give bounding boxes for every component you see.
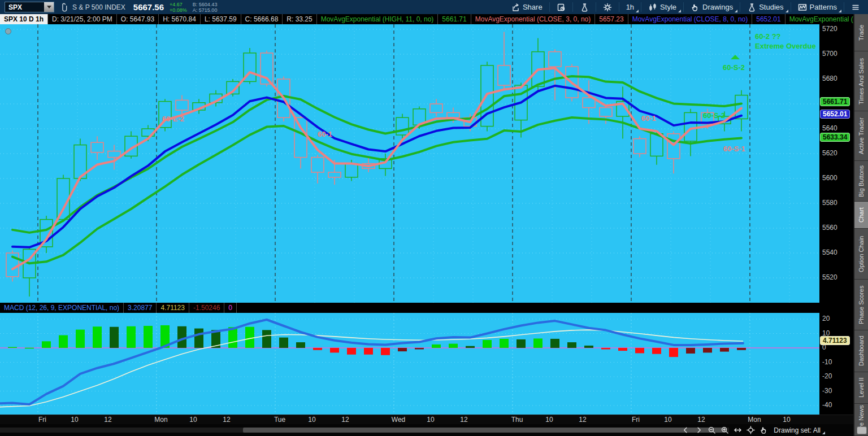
settings-button[interactable]	[597, 0, 618, 14]
sidebar-tab-dashboard[interactable]: Dashboard	[854, 330, 868, 372]
symbol-input[interactable]: SPX	[5, 2, 54, 12]
topbar-divider	[572, 2, 573, 12]
pan-right-button[interactable]	[695, 426, 703, 434]
time-label-day: Fri	[632, 416, 640, 424]
svg-text:Extreme Overdue: Extreme Overdue	[755, 42, 816, 50]
symbol-dropdown-button[interactable]	[44, 2, 54, 12]
zoom-in-button[interactable]	[721, 426, 729, 434]
macd-tick: -40	[822, 401, 832, 409]
menu-button[interactable]	[845, 0, 866, 14]
time-label-hour: 10	[71, 416, 78, 424]
macd-value: -1.50246	[189, 303, 224, 313]
sidebar-tab-chart[interactable]: Chart	[854, 202, 868, 229]
change-percent: +0.08%	[170, 7, 187, 13]
sidebar-tab-trade[interactable]: Trade	[854, 14, 868, 51]
chart-bottom-bar: Drawing set: All	[0, 424, 853, 436]
restore-panel-icon[interactable]	[857, 426, 867, 434]
news-button[interactable]	[551, 0, 571, 14]
link-chart-icon[interactable]	[60, 3, 68, 12]
svg-text:60-S-2: 60-S-2	[703, 111, 725, 120]
sidebar-tab-times-and-sales[interactable]: Times And Sales	[854, 51, 868, 111]
price-tick: 5600	[822, 174, 837, 182]
price-axis[interactable]: 5720570056805660564056205600558055605540…	[819, 24, 853, 303]
sidebar-tab-big-buttons[interactable]: Big Buttons	[854, 161, 868, 202]
macd-tick: -20	[822, 372, 832, 381]
fit-width-button[interactable]	[734, 426, 742, 434]
ohlc-field: D: 3/21/25, 2:00 PM	[48, 14, 117, 24]
change-block: +4.67 +0.08%	[170, 2, 187, 13]
drawing-set-label: Drawing set: All	[774, 426, 821, 434]
topbar-divider	[740, 2, 740, 12]
content: SPX 10 D 1hD: 3/21/25, 2:00 PMO: 5647.93…	[0, 14, 868, 436]
topbar-divider	[549, 2, 550, 12]
time-label-hour: 12	[341, 416, 349, 424]
crosshair-button[interactable]	[747, 426, 755, 434]
macd-canvas[interactable]	[0, 313, 819, 415]
price-tick: 5720	[822, 25, 837, 33]
topbar-divider	[596, 2, 596, 12]
svg-text:60-S-1: 60-S-1	[723, 145, 745, 153]
chart-info-bubble-icon[interactable]	[5, 28, 11, 34]
main-chart-row: 60-E-260-160-160-S-260-S-160-2 ??Extreme…	[0, 24, 853, 303]
zoom-out-button[interactable]	[708, 426, 716, 434]
chart-controls: Drawing set: All	[682, 424, 826, 436]
topbar-divider	[619, 2, 619, 12]
topbar-buttons: Share1hStyleDrawingsStudiesPatterns	[505, 0, 866, 14]
chart-column: SPX 10 D 1hD: 3/21/25, 2:00 PMO: 5647.93…	[0, 14, 853, 436]
macd-value: 3.20877	[124, 303, 157, 313]
drawing-set-selector[interactable]: Drawing set: All	[772, 424, 826, 436]
ohlc-field: H: 5670.84	[159, 14, 201, 24]
share-label: Share	[523, 3, 542, 11]
study-label[interactable]: MovAvgExponential (LOW, 11, 0, no)	[785, 14, 853, 24]
onDemand-button[interactable]	[574, 0, 594, 14]
study-value: 5652.01	[752, 14, 785, 24]
time-label-hour: 12	[579, 416, 586, 424]
ohlc-field: C: 5666.68	[241, 14, 283, 24]
patterns-button[interactable]: Patterns	[792, 0, 843, 14]
cursor-hand-button[interactable]	[760, 426, 768, 434]
gear-icon	[603, 3, 612, 12]
pan-left-button[interactable]	[682, 426, 690, 434]
macd-study-label[interactable]: MACD (12, 26, 9, EXPONENTIAL, no)	[0, 303, 124, 313]
study-label[interactable]: MovAvgExponential (CLOSE, 8, 0, no)	[628, 14, 753, 24]
menu-icon	[851, 3, 860, 12]
study-value: 5657.23	[595, 14, 628, 24]
patterns-label: Patterns	[810, 3, 837, 11]
topbar-divider	[683, 2, 684, 12]
topbar: SPX S & P 500 INDEX 5667.56 +4.67 +0.08%…	[0, 0, 868, 14]
sidebar-tab-level-ii[interactable]: Level II	[854, 372, 868, 404]
topbar-divider	[844, 2, 844, 12]
time-label-hour: 10	[308, 416, 315, 424]
svg-text:60-S-2: 60-S-2	[723, 63, 745, 72]
study-label[interactable]: MovAvgExponential (CLOSE, 3, 0, no)	[471, 14, 596, 24]
macd-header-strip: MACD (12, 26, 9, EXPONENTIAL, no)3.20877…	[0, 303, 853, 313]
chart-scrollbar-thumb[interactable]	[243, 428, 726, 433]
time-label-day: Tue	[274, 416, 285, 424]
sidebar-tab-phase-scores[interactable]: Phase Scores	[854, 280, 868, 330]
chart-header-strip: SPX 10 D 1hD: 3/21/25, 2:00 PMO: 5647.93…	[0, 14, 853, 24]
share-button[interactable]: Share	[505, 0, 548, 14]
time-label-hour: 10	[545, 416, 553, 424]
style-button[interactable]: Style	[643, 0, 682, 14]
flask-icon	[747, 3, 756, 12]
topbar-divider	[641, 2, 641, 12]
sidebar-tab-option-chain[interactable]: Option Chain	[854, 229, 868, 280]
price-tick: 5700	[822, 50, 837, 58]
sidebar-tab-active-trader[interactable]: Active Trader	[854, 111, 868, 161]
svg-text:60-E-2: 60-E-2	[162, 115, 184, 123]
macd-axis[interactable]: 20100-10-20-30-404.71123	[819, 313, 853, 415]
macd-value: 4.71123	[157, 303, 189, 313]
price-chart-pane[interactable]: 60-E-260-160-160-S-260-S-160-2 ??Extreme…	[0, 24, 819, 303]
timeframe-button[interactable]: 1h	[620, 0, 640, 14]
time-axis[interactable]: Fri1012Mon1012Tue1012Wed1012Thu1012Fri10…	[0, 415, 853, 424]
studies-button[interactable]: Studies	[741, 0, 789, 14]
macd-value: 0	[224, 303, 237, 313]
macd-pane[interactable]	[0, 313, 819, 415]
price-bubble: 5652.01	[820, 110, 850, 119]
drawings-button[interactable]: Drawings	[685, 0, 739, 14]
price-tick: 5580	[822, 199, 837, 207]
price-chart-canvas[interactable]: 60-E-260-160-160-S-260-S-160-2 ??Extreme…	[0, 24, 819, 303]
svg-text:60-1: 60-1	[318, 130, 332, 138]
time-label-hour: 12	[104, 416, 111, 424]
study-label[interactable]: MovAvgExponential (HIGH, 11, 0, no)	[317, 14, 439, 24]
